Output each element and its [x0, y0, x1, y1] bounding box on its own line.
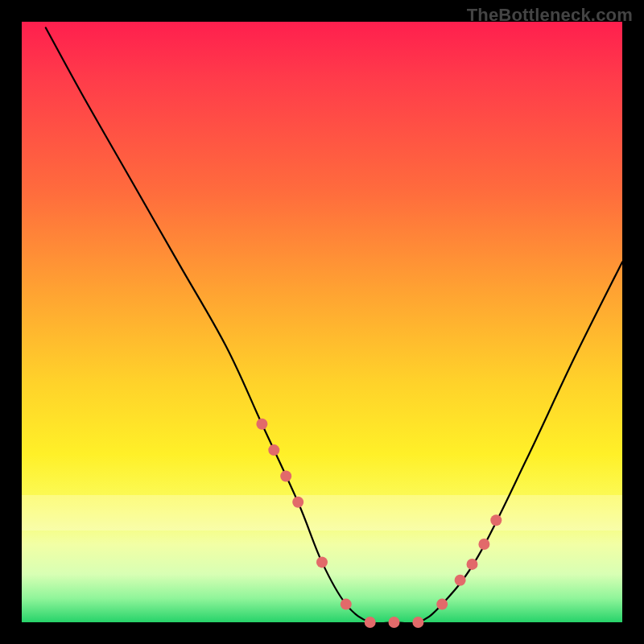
highlight-dot — [490, 514, 502, 526]
highlight-dot — [455, 575, 466, 586]
highlight-dot — [436, 599, 448, 610]
highlight-dot — [389, 617, 400, 628]
plot-area — [22, 22, 622, 622]
bottleneck-curve — [46, 28, 622, 624]
highlight-dot — [412, 617, 423, 628]
curve-svg — [22, 22, 622, 622]
highlight-dot — [280, 471, 291, 482]
highlight-dot — [292, 497, 303, 508]
highlight-dot — [467, 559, 478, 570]
highlight-dot — [341, 599, 352, 610]
highlight-dot — [268, 444, 279, 456]
watermark-text: TheBottleneck.com — [467, 5, 633, 26]
highlight-dot — [316, 556, 328, 568]
chart-frame: TheBottleneck.com — [0, 0, 644, 644]
highlight-dots — [256, 419, 502, 628]
highlight-dot — [256, 419, 267, 430]
highlight-dot — [478, 539, 489, 550]
highlight-dot — [365, 617, 376, 628]
